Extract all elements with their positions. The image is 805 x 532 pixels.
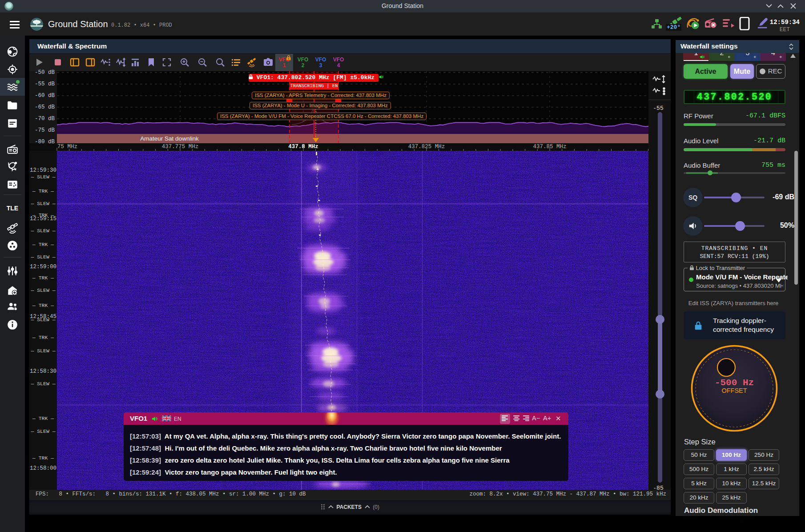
svg-text:Amateur Sat downlink: Amateur Sat downlink <box>140 135 199 142</box>
svg-text:OFFSET: OFFSET <box>721 387 747 394</box>
svg-text:-500 Hz: -500 Hz <box>715 378 754 388</box>
